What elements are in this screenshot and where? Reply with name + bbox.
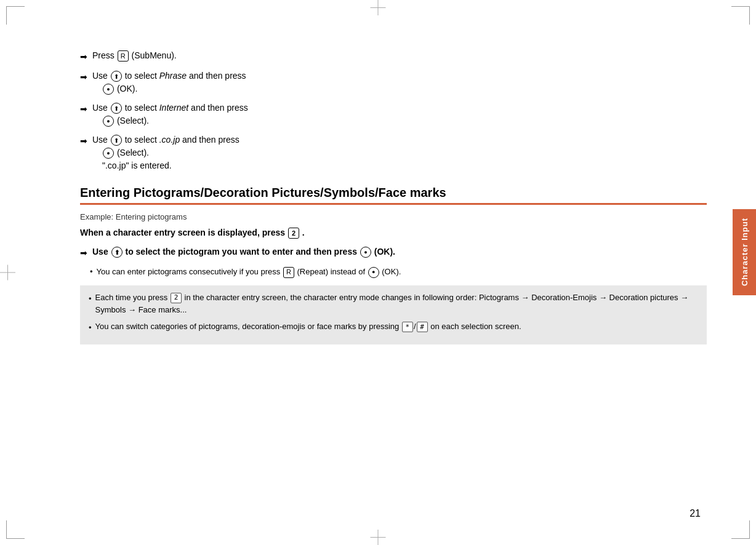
note-dot-1: • — [89, 293, 92, 306]
instruction-bold: When a character entry screen is display… — [80, 226, 707, 239]
arrow-bullet-4: ➡ — [80, 135, 87, 148]
step5-strong: Use ⬆ to select the pictogram you want t… — [92, 247, 395, 257]
note-text-2: You can switch categories of pictograms,… — [95, 320, 521, 333]
nav-icon-2: ⬆ — [111, 71, 122, 82]
section-heading: Entering Pictograms/Decoration Pictures/… — [80, 185, 707, 205]
note-bullet-2: • You can switch categories of pictogram… — [89, 320, 698, 335]
select-circle-4: ● — [103, 148, 114, 159]
step3-text: Use ⬆ to select Internet and then press … — [92, 101, 248, 127]
crop-mark-tr — [731, 6, 750, 25]
ok-circle-sub: ● — [368, 267, 379, 278]
key-2-icon: 2 — [288, 228, 299, 239]
step5-item: ➡ Use ⬆ to select the pictogram you want… — [80, 245, 707, 260]
step2-item: ➡ Use ⬆ to select Phrase and then press … — [80, 70, 707, 95]
note-dot-2: • — [89, 322, 92, 335]
nav-icon-4: ⬆ — [111, 135, 122, 146]
step1-text: Press R (SubMenu). — [92, 49, 177, 62]
step5-text: Use ⬆ to select the pictogram you want t… — [92, 245, 395, 258]
main-content: ➡ Press R (SubMenu). ➡ Use ⬆ to select P… — [80, 49, 707, 508]
note-key-star: * — [402, 322, 413, 332]
crosshair-bottom-h — [371, 537, 386, 538]
arrow-bullet-5: ➡ — [80, 247, 87, 260]
sub-dot: • — [90, 266, 93, 278]
page-number: 21 — [690, 508, 701, 519]
crop-mark-tl — [6, 6, 25, 25]
ok-circle-2: ● — [103, 84, 114, 95]
crop-mark-br — [731, 520, 750, 539]
arrow-bullet-1: ➡ — [80, 50, 87, 63]
step2-text: Use ⬆ to select Phrase and then press ● … — [92, 70, 246, 95]
nav-icon-5: ⬆ — [111, 247, 123, 258]
instruction-text: When a character entry screen is display… — [80, 228, 285, 237]
example-label: Example: Entering pictograms — [80, 212, 707, 221]
note-text-1: Each time you press 2 in the character e… — [95, 292, 698, 317]
instruction-period: . — [302, 228, 305, 237]
crop-mark-bl — [6, 520, 25, 539]
sidebar-tab: Character Input — [733, 209, 756, 295]
step4-text: Use ⬆ to select .co.jp and then press ● … — [92, 133, 239, 172]
nav-icon-3: ⬆ — [111, 103, 122, 114]
select-circle-3: ● — [103, 116, 114, 127]
step1-suffix: (SubMenu). — [132, 50, 177, 60]
note-key-hash: # — [417, 322, 428, 332]
note-bullet-1: • Each time you press 2 in the character… — [89, 292, 698, 317]
arrow-bullet-2: ➡ — [80, 71, 87, 84]
page: Character Input 21 ➡ Press R (SubMenu). … — [0, 0, 756, 545]
step3-italic: Internet — [159, 103, 188, 113]
step3-item: ➡ Use ⬆ to select Internet and then pres… — [80, 101, 707, 127]
sidebar-tab-label: Character Input — [740, 218, 749, 286]
section-heading-text: Entering Pictograms/Decoration Pictures/… — [80, 186, 446, 199]
sub-bullet-item: • You can enter pictograms consecutively… — [90, 266, 707, 278]
step4-item: ➡ Use ⬆ to select .co.jp and then press … — [80, 133, 707, 172]
crosshair-left-v — [7, 265, 8, 280]
arrow-bullet-3: ➡ — [80, 103, 87, 116]
note-box: • Each time you press 2 in the character… — [80, 285, 707, 344]
step2-italic: Phrase — [159, 71, 187, 81]
step4-entered: ".co.jp" is entered. — [102, 161, 172, 170]
repeat-key-icon: R — [283, 267, 294, 278]
crosshair-top-h — [371, 7, 386, 8]
step4-italic: .co.jp — [159, 135, 180, 145]
ok-circle-5: ● — [360, 247, 371, 258]
step1-item: ➡ Press R (SubMenu). — [80, 49, 707, 63]
note-key-2: 2 — [171, 293, 182, 303]
step1-press: Press — [92, 50, 115, 60]
submenu-key-icon: R — [118, 50, 129, 62]
sub-bullet-text: You can enter pictograms consecutively i… — [97, 266, 401, 278]
